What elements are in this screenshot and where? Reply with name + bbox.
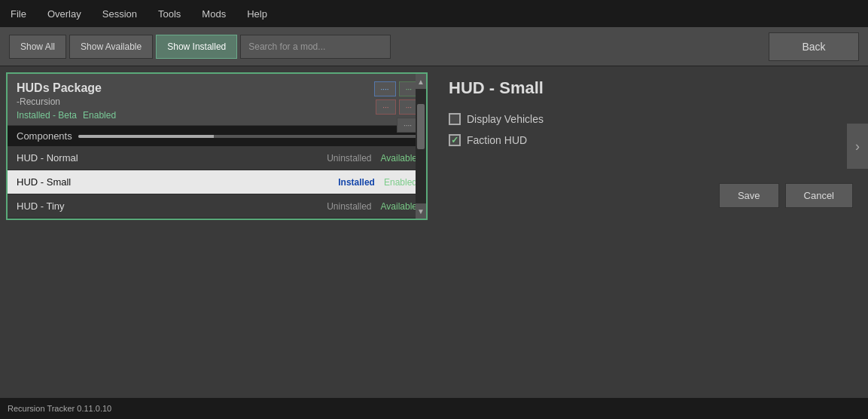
content-area: HUDs Package -Recursion Installed - Beta…: [0, 66, 868, 226]
component-status-tiny: Uninstalled: [327, 201, 371, 212]
menu-overlay[interactable]: Overlay: [43, 5, 86, 23]
checkbox-row-faction-hud: Faction HUD: [449, 134, 853, 146]
component-name-normal: HUD - Normal: [17, 152, 327, 164]
package-status-row: Installed - Beta Enabled: [17, 110, 417, 121]
component-avail-small: Enabled: [384, 177, 417, 188]
menu-file[interactable]: File: [6, 5, 31, 23]
search-input[interactable]: [240, 35, 391, 59]
package-actions: ···· ··· ··· ··· ····: [374, 81, 419, 133]
menu-session[interactable]: Session: [98, 5, 142, 23]
show-installed-button[interactable]: Show Installed: [156, 35, 237, 59]
scroll-thumb[interactable]: [417, 104, 425, 149]
component-status-small: Installed: [338, 177, 375, 188]
faction-hud-label: Faction HUD: [467, 134, 527, 146]
right-chevron-icon[interactable]: ›: [847, 124, 868, 169]
statusbar: Recursion Tracker 0.11.0.10: [0, 398, 868, 419]
components-progress-fill: [78, 135, 214, 138]
scroll-track[interactable]: [416, 89, 426, 203]
display-vehicles-checkbox[interactable]: [449, 113, 461, 125]
components-list: HUD - Normal Uninstalled Available HUD -…: [8, 146, 426, 219]
faction-hud-checkbox[interactable]: [449, 134, 461, 146]
scroll-up-arrow[interactable]: ▲: [416, 74, 426, 89]
scroll-down-arrow[interactable]: ▼: [416, 203, 426, 219]
package-title: HUDs Package: [17, 81, 417, 95]
menu-bar: File Overlay Session Tools Mods Help: [0, 0, 868, 27]
component-row-small[interactable]: HUD - Small Installed Enabled: [8, 170, 426, 194]
menu-mods[interactable]: Mods: [197, 5, 230, 23]
toolbar: Show All Show Available Show Installed B…: [0, 27, 868, 66]
package-status-enabled: Enabled: [83, 110, 116, 121]
components-section: Components HUD - Normal Uninstalled Avai…: [8, 126, 426, 219]
left-panel: HUDs Package -Recursion Installed - Beta…: [6, 72, 428, 220]
checkbox-row-display-vehicles: Display Vehicles: [449, 113, 853, 125]
display-vehicles-label: Display Vehicles: [467, 113, 544, 125]
component-avail-normal: Available: [381, 153, 417, 164]
package-status-beta: Installed - Beta: [17, 110, 77, 121]
component-name-tiny: HUD - Tiny: [17, 200, 327, 212]
back-button[interactable]: Back: [769, 32, 859, 61]
menu-tools[interactable]: Tools: [154, 5, 185, 23]
statusbar-text: Recursion Tracker 0.11.0.10: [8, 404, 111, 413]
component-status-normal: Uninstalled: [327, 153, 371, 164]
action-row-2: ··· ···: [376, 99, 419, 115]
install-btn[interactable]: ····: [374, 81, 396, 96]
save-button[interactable]: Save: [719, 183, 779, 208]
action-row-1: ···· ···: [374, 81, 419, 96]
show-all-button[interactable]: Show All: [9, 35, 66, 59]
right-panel: HUD - Small Display Vehicles Faction HUD…: [434, 66, 868, 226]
component-row-normal[interactable]: HUD - Normal Uninstalled Available: [8, 146, 426, 170]
components-label: Components: [17, 130, 72, 142]
cancel-button[interactable]: Cancel: [785, 183, 853, 208]
left-scrollbar[interactable]: ▲ ▼: [416, 74, 426, 219]
right-panel-title: HUD - Small: [449, 78, 853, 98]
components-header: Components: [8, 126, 426, 146]
component-name-small: HUD - Small: [17, 176, 338, 188]
component-avail-tiny: Available: [381, 201, 417, 212]
components-progress-bar: [78, 135, 417, 138]
uninstall-btn[interactable]: ···: [376, 99, 395, 115]
menu-help[interactable]: Help: [242, 5, 272, 23]
right-actions: Save Cancel: [449, 183, 853, 214]
package-subtitle: -Recursion: [17, 96, 417, 107]
package-header: HUDs Package -Recursion Installed - Beta…: [8, 74, 426, 126]
show-available-button[interactable]: Show Available: [69, 35, 153, 59]
component-row-tiny[interactable]: HUD - Tiny Uninstalled Available: [8, 194, 426, 219]
